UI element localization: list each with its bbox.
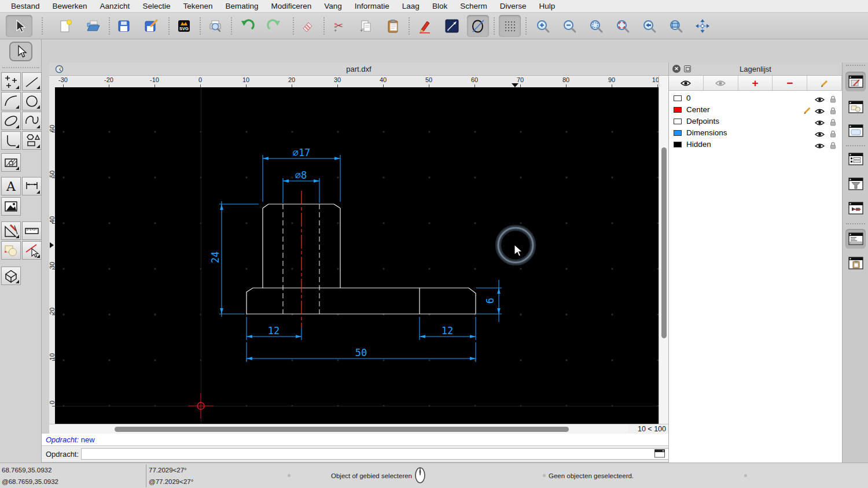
- menu-diverse[interactable]: Diverse: [494, 0, 533, 13]
- draw-pencil-button[interactable]: [414, 15, 436, 37]
- add-layer-button[interactable]: +: [738, 76, 773, 90]
- zoom-in-button[interactable]: [532, 15, 554, 37]
- circle-tool-button[interactable]: [22, 92, 42, 110]
- property-list-panel-button[interactable]: [845, 149, 866, 169]
- drawing-window-titlebar[interactable]: part.dxf: [49, 62, 668, 76]
- solid-3d-tool-button[interactable]: [1, 267, 21, 285]
- main-toolbar: SVG ✂+ +: [0, 13, 868, 39]
- menu-modificeren[interactable]: Modificeren: [265, 0, 318, 13]
- modify-tools-button[interactable]: [1, 221, 21, 240]
- shapes-tool-button[interactable]: [22, 131, 42, 150]
- svg-export-button[interactable]: SVG: [173, 15, 195, 37]
- menu-scherm[interactable]: Scherm: [454, 0, 494, 13]
- line-tool-button[interactable]: [22, 72, 42, 91]
- menu-hulp[interactable]: Hulp: [532, 0, 561, 13]
- library-browser-panel-button[interactable]: [845, 121, 866, 141]
- layer-row-0[interactable]: 0: [669, 93, 842, 104]
- zoom-auto-button[interactable]: [585, 15, 607, 37]
- layer-panel-title: Lagenlijst: [669, 65, 842, 73]
- ellipse-tool-button[interactable]: [467, 15, 489, 37]
- horizontal-scrollbar[interactable]: [49, 424, 628, 434]
- save-as-button[interactable]: [140, 15, 162, 37]
- command-line-panel-button[interactable]: [845, 229, 866, 249]
- zoom-selection-button[interactable]: [612, 15, 634, 37]
- submenu-corner: [36, 105, 40, 109]
- command-input[interactable]: [81, 448, 692, 460]
- edit-layer-button[interactable]: [807, 76, 842, 90]
- red-pencil-icon: [417, 19, 432, 34]
- paste-button[interactable]: [382, 15, 404, 37]
- menu-vang[interactable]: Vang: [318, 0, 348, 13]
- line-tool-button[interactable]: [441, 15, 463, 37]
- save-button[interactable]: [113, 15, 135, 37]
- text-tool-button[interactable]: A: [1, 177, 21, 195]
- menu-bemating[interactable]: Bemating: [219, 0, 264, 13]
- vertical-scrollbar-thumb[interactable]: [661, 147, 667, 338]
- layer-name: Hidden: [686, 140, 711, 149]
- delete-eraser-button[interactable]: [296, 15, 318, 37]
- zoom-window-button[interactable]: [665, 15, 687, 37]
- polyline-tool-button[interactable]: [1, 131, 21, 150]
- layer-row-dimensions[interactable]: Dimensions: [669, 127, 842, 139]
- mouse-cursor: [514, 245, 523, 256]
- drawing-canvas[interactable]: ⌀17 ⌀8 24 6 12 12 50: [55, 87, 659, 424]
- layer-row-defpoints[interactable]: Defpoints: [669, 116, 842, 127]
- h-ruler-label: -10: [150, 76, 159, 83]
- print-preview-button[interactable]: [204, 15, 226, 37]
- points-tool-button[interactable]: [1, 72, 21, 91]
- layer-row-center[interactable]: Center: [669, 104, 842, 116]
- menu-selectie[interactable]: Selectie: [136, 0, 176, 13]
- layer-lock-icon[interactable]: [830, 141, 836, 151]
- copy-button[interactable]: +: [355, 15, 377, 37]
- redo-button[interactable]: [263, 15, 285, 37]
- zoom-in-icon: [535, 19, 550, 34]
- spline-tool-button[interactable]: [22, 112, 42, 130]
- layer-visible-icon[interactable]: [815, 141, 825, 151]
- clipboard-panel-button[interactable]: [845, 253, 866, 273]
- selection-tools-button[interactable]: [1, 241, 21, 260]
- image-tool-button[interactable]: [1, 197, 21, 216]
- command-history: Opdracht: new: [42, 434, 668, 446]
- ellipse-tool-button[interactable]: [1, 112, 21, 130]
- vertical-scrollbar[interactable]: [659, 76, 668, 424]
- deselect-tool-button[interactable]: [22, 241, 42, 260]
- zoom-previous-button[interactable]: [638, 15, 660, 37]
- hide-all-layers-button[interactable]: [704, 76, 738, 90]
- view-panel-button[interactable]: [845, 198, 866, 218]
- layer-row-hidden[interactable]: Hidden: [669, 139, 842, 150]
- open-file-button[interactable]: [82, 15, 104, 37]
- status-dot: [744, 474, 747, 477]
- menu-bewerken[interactable]: Bewerken: [46, 0, 94, 13]
- show-all-layers-button[interactable]: [669, 76, 704, 90]
- menu-tekenen[interactable]: Tekenen: [176, 0, 219, 13]
- submenu-corner: [36, 86, 40, 89]
- block-list-panel-button[interactable]: [845, 97, 866, 117]
- zoom-previous-icon: [642, 19, 657, 34]
- horizontal-scrollbar-thumb[interactable]: [115, 427, 569, 432]
- measure-tool-button[interactable]: [22, 221, 42, 240]
- menu-bestand[interactable]: Bestand: [5, 0, 46, 13]
- selection-filter-panel-button[interactable]: [845, 174, 866, 194]
- zoom-out-button[interactable]: [558, 15, 580, 37]
- command-window-button[interactable]: [654, 449, 665, 460]
- grid-toggle-button[interactable]: [499, 15, 521, 37]
- dimension-tool-button[interactable]: [22, 177, 42, 195]
- layer-panel-titlebar[interactable]: ✕ Lagenlijst: [669, 62, 842, 76]
- cut-button[interactable]: ✂+: [328, 15, 350, 37]
- menu-laag[interactable]: Laag: [396, 0, 426, 13]
- layer-list-panel-button[interactable]: [845, 72, 866, 91]
- dock-separator: [846, 223, 865, 225]
- menu-aanzicht[interactable]: Aanzicht: [94, 0, 137, 13]
- zoom-pan-button[interactable]: [692, 15, 713, 37]
- selection-arrow-button[interactable]: [6, 15, 32, 37]
- remove-layer-button[interactable]: −: [773, 76, 807, 90]
- menu-blok[interactable]: Blok: [426, 0, 454, 13]
- undo-button[interactable]: [236, 15, 258, 37]
- hatch-tool-button[interactable]: [1, 153, 21, 172]
- palette-selection-arrow-button[interactable]: [9, 42, 32, 61]
- menu-informatie[interactable]: Informatie: [348, 0, 396, 13]
- arc-tool-button[interactable]: [1, 92, 21, 110]
- selection-shapes-icon: [3, 242, 19, 258]
- new-file-button[interactable]: [54, 15, 76, 37]
- coordinate-absolute: 68.7659,35.0932: [2, 467, 52, 474]
